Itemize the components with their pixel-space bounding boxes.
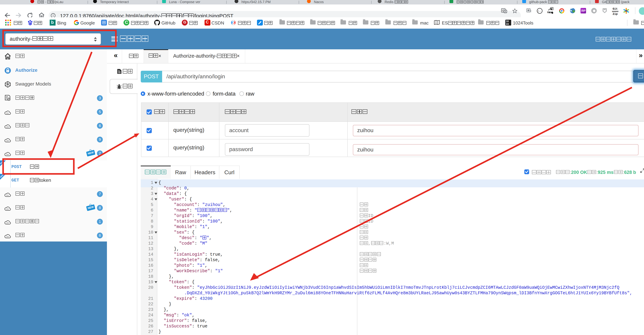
- svg-text:API: API: [6, 112, 9, 114]
- svg-text:API: API: [6, 140, 9, 142]
- svg-text:API: API: [6, 194, 9, 196]
- svg-text:API: API: [6, 222, 9, 224]
- svg-text:A: A: [7, 82, 8, 84]
- svg-text:{...}: {...}: [538, 10, 542, 12]
- svg-text:API: API: [6, 236, 9, 238]
- svg-text:API: API: [6, 208, 9, 210]
- svg-text:du: du: [29, 23, 31, 25]
- svg-text:API: API: [6, 154, 9, 156]
- svg-text:API: API: [6, 126, 9, 128]
